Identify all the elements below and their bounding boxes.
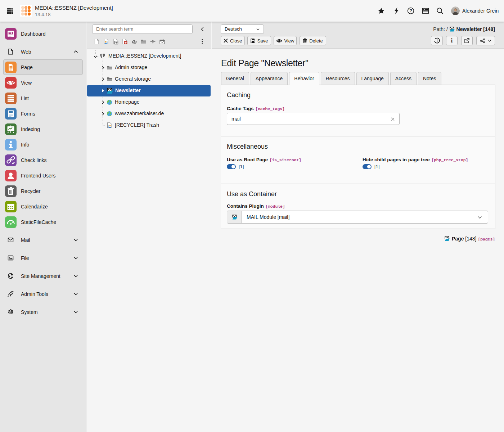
- svg-text:?: ?: [409, 8, 412, 13]
